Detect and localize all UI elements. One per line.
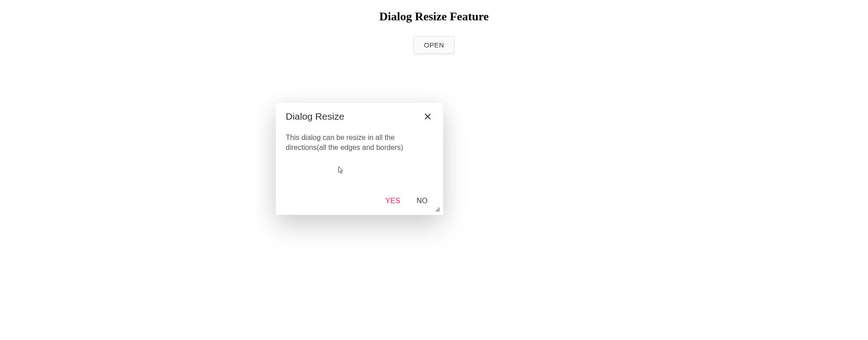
yes-button[interactable]: YES bbox=[383, 194, 402, 208]
close-icon bbox=[424, 113, 431, 120]
page-title: Dialog Resize Feature bbox=[0, 10, 868, 23]
open-button-container: OPEN bbox=[0, 36, 868, 54]
svg-rect-6 bbox=[437, 210, 438, 211]
svg-rect-3 bbox=[439, 209, 439, 210]
resize-handle[interactable] bbox=[434, 206, 441, 213]
svg-rect-5 bbox=[439, 210, 439, 211]
close-button[interactable] bbox=[422, 111, 433, 122]
svg-rect-7 bbox=[436, 210, 437, 211]
open-button[interactable]: OPEN bbox=[414, 36, 455, 54]
dialog: Dialog Resize This dialog can be resize … bbox=[276, 103, 443, 215]
no-button[interactable]: NO bbox=[415, 194, 429, 208]
svg-rect-4 bbox=[437, 209, 438, 210]
dialog-body-text: This dialog can be resize in all the dir… bbox=[286, 133, 408, 152]
resize-handle-icon bbox=[434, 206, 440, 212]
dialog-title: Dialog Resize bbox=[286, 111, 422, 122]
dialog-body: This dialog can be resize in all the dir… bbox=[276, 122, 443, 194]
svg-rect-2 bbox=[439, 208, 439, 209]
dialog-header: Dialog Resize bbox=[276, 103, 443, 122]
dialog-footer: YES NO bbox=[276, 194, 443, 215]
